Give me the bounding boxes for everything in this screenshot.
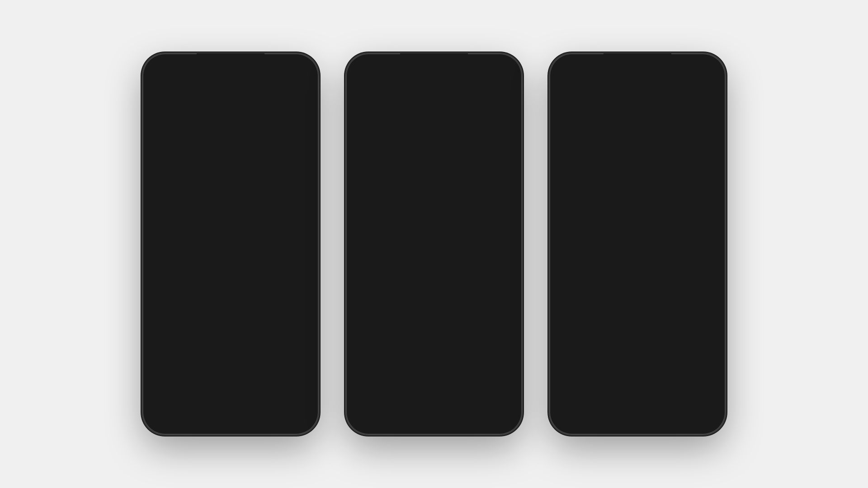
signal-icon-1: ▲▲▲: [269, 73, 286, 80]
home-indicator-1: [201, 428, 260, 430]
avatar-apple2: 🍎: [160, 315, 179, 335]
email-item-asana-2[interactable]: 🎯 Asana You have 1 task due soon: Launch…: [346, 320, 522, 353]
smart-inbox-title-3: Smart Inbox: [575, 86, 651, 97]
calendar-icon-1[interactable]: 22: [298, 86, 311, 97]
email-item-pinterest[interactable]: P Pinterest Your Pin From Illustrations …: [142, 343, 319, 375]
nav-bar-1: ☰ Inbox ⊟ 🔍 22: [142, 79, 319, 104]
smart-toggle-3[interactable]: [653, 86, 673, 97]
view-all-notifications-2[interactable]: View all (82) ▾: [346, 353, 522, 366]
nav-icons-2: ⚙ 🔍 22: [469, 86, 515, 97]
email-item-booking[interactable]: B Booking Spark team, San Francisco is c…: [142, 245, 319, 278]
badge-2: ⚙: [469, 86, 477, 97]
time-apple: 5:55 PM: [291, 120, 311, 127]
compose-button-1[interactable]: ✏: [289, 396, 310, 417]
compose-button-3[interactable]: ✏: [696, 396, 717, 417]
avatar-pinterest: P: [160, 347, 179, 367]
view-all-people-3[interactable]: View all (10) ▾: [549, 219, 726, 233]
email-item-kavin-2[interactable]: KB Kavin Belson Let's discuss the search…: [346, 152, 522, 185]
search-icon-2[interactable]: 🔍: [484, 86, 495, 97]
subject-holi: Your Holi Ads receipts (Account ID:: [185, 225, 286, 232]
notifications-section-2: 🔔 Notifications spark@readdle.com ☐ 🎯 As…: [346, 299, 522, 366]
time-holi: 3:38 PM: [291, 217, 311, 225]
meta-kavin: 2:48 PM: [291, 282, 311, 290]
notifications-archive-3: ⬜: [708, 308, 718, 318]
time-google: 4:02 PM: [291, 185, 311, 192]
avatar-asana-2: 🎯: [363, 325, 383, 345]
newsletters-emails-2: C Codeacademy One tip to code Spark fast…: [346, 253, 522, 299]
view-all-notifications-3[interactable]: View all (82) ▾: [549, 356, 726, 369]
email-item-codeacademy-3[interactable]: C Codeacademy One tip to code Spark fast…: [549, 255, 726, 287]
email-item-apple[interactable]: 🍎 Apple The new iPhone 11 Pro, iPhone 11…: [142, 115, 319, 148]
sender-booking: Booking: [185, 250, 286, 258]
avatar-kavin: KB: [160, 282, 179, 302]
unread-dot: [150, 126, 153, 130]
email-item-kavin-3[interactable]: KB Kavin Belson Let's discuss the search…: [549, 154, 726, 187]
search-icon-3[interactable]: 🔍: [687, 86, 698, 97]
time-dolores: 5:50 PM: [291, 152, 311, 160]
people-emails-2: DK Dolores Khan Launch preparation: Urge…: [346, 120, 522, 231]
email-item-dolores[interactable]: DK Dolores Khan Launch preparation: Urge…: [142, 148, 319, 180]
calendar-icon-2[interactable]: 22: [501, 86, 515, 97]
status-icons-1: ▲▲▲ 📶 🔋: [269, 73, 306, 80]
meta-booking: 3:12 PM: [291, 250, 311, 257]
email-item-apple2[interactable]: 🍎 Apple iOS 13: Release Date, New and H.…: [142, 310, 319, 343]
email-content-dolores: Dolores Khan Launch preparation: Urgent …: [185, 152, 286, 174]
view-all-newsletters-2[interactable]: View all (23) ▾: [346, 285, 522, 299]
signal-icon-3: ▲▲▲: [675, 73, 693, 80]
inbox-title: Inbox: [169, 85, 267, 97]
newsletters-check-2: ✓: [508, 238, 515, 248]
calendar-icon-3[interactable]: 22: [705, 86, 718, 97]
email-item-dolores-2[interactable]: DK Dolores Khan Launch preparation: Urge…: [346, 120, 522, 152]
newsletters-check-3: ✓: [712, 240, 718, 250]
email-item-denys-3[interactable]: DY Denys Kulyk Game-changing product ide…: [549, 187, 726, 219]
notifications-name-2: Notifications: [366, 304, 505, 311]
notifications-header-2: 🔔 Notifications spark@readdle.com ☐: [346, 299, 522, 320]
status-icons-3: ▲▲▲ 📶 🔋: [675, 73, 713, 80]
phone-1-screen: 6:41 ▲▲▲ 📶 🔋 ☰ Inbox ⊟ 🔍 22 Today: [142, 53, 319, 435]
people-icon-2: ✉: [353, 108, 359, 117]
newsletters-header-3: 📡 Newsletters spark@readdle.com ✓: [549, 233, 726, 254]
email-item-dolores-3[interactable]: DK Dolores Khan Launch preparation: Urge…: [549, 122, 726, 154]
filter-icon-1[interactable]: ⊟: [267, 86, 274, 96]
preview-dolores: We're going to start rolling out a ...: [185, 167, 286, 174]
view-all-people-2[interactable]: View all (10) ▾: [346, 217, 522, 231]
wifi-icon-1: 📶: [289, 73, 296, 80]
home-indicator-2: [405, 428, 463, 430]
section-today: Today: [142, 104, 319, 115]
menu-button-3[interactable]: ☰: [557, 84, 570, 98]
nav-bar-3: ☰ Smart Inbox ⚡ 🔍 22: [549, 79, 726, 104]
battery-icon-3: 🔋: [706, 73, 713, 80]
phone-2-notch: [402, 53, 466, 67]
compose-button-2[interactable]: ✏: [492, 396, 513, 417]
nav-icons-1: ⊟ 🔍 22: [267, 86, 311, 97]
people-check-3: ✓: [712, 108, 718, 118]
avatar-denys-3: DY: [566, 191, 586, 211]
meta-google: 4:02 PM: [291, 185, 311, 192]
email-item-asana-3[interactable]: 🎯 Asana You have 1 task due soon: Launch…: [549, 323, 726, 356]
email-item-codeacademy-2[interactable]: C Codeacademy One tip to code Spark fast…: [346, 253, 522, 285]
email-item-kavin[interactable]: KB Kavin Belson Let's discuss the search…: [142, 278, 319, 310]
email-item-denys-2[interactable]: DY Denys Kulyk Game-changing product ide…: [346, 185, 522, 217]
email-item-google[interactable]: G Google In August you had 342K users on…: [142, 180, 319, 213]
toggle-knob-3: [663, 87, 672, 96]
phone-1-notch: [199, 53, 262, 67]
view-all-newsletters-3[interactable]: View all (23) ▾: [549, 287, 726, 301]
toggle-area-3[interactable]: ⚡: [653, 86, 684, 97]
notifications-icon-3: 🔔: [557, 309, 566, 317]
menu-button-1[interactable]: ☰: [150, 84, 163, 98]
email-content-holi: Holi ads Your Holi Ads receipts (Account…: [185, 217, 286, 239]
menu-button-2[interactable]: ☰: [353, 84, 367, 98]
email-content-apple: Apple The new iPhone 11 Pro, iPhone 11..…: [185, 120, 286, 141]
avatar-dolores: DK: [160, 152, 179, 172]
preview-kavin: I'm not saying we should manip...: [185, 297, 286, 304]
search-icon-1[interactable]: 🔍: [280, 86, 292, 97]
sender-pinterest: Pinterest: [185, 347, 306, 355]
email-item-holi[interactable]: 🏷 Holi ads Your Holi Ads receipts (Accou…: [142, 213, 319, 245]
preview-google: How did you acquire your users t...: [185, 200, 286, 206]
people-check-2: ✓: [509, 109, 515, 117]
phone-3-screen: 6:41 ▲▲▲ 📶 🔋 ☰ Smart Inbox ⚡ 🔍: [549, 53, 726, 435]
sender-dolores: Dolores Khan: [185, 152, 286, 160]
email-content-pinterest: Pinterest Your Pin From Illustrations wa…: [185, 347, 306, 362]
home-indicator-3: [608, 428, 667, 430]
newsletters-icon-3: 📡: [557, 240, 566, 249]
